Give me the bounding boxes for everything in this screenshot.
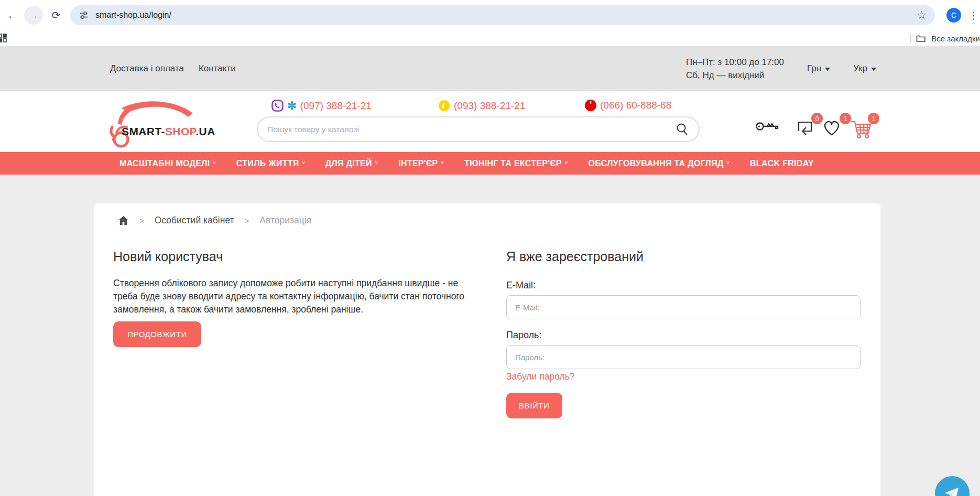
chevron-down-icon: ˅	[302, 159, 306, 167]
page-content: > Особистий кабінет > Авторизація Новий …	[0, 175, 980, 496]
forward-icon[interactable]: →	[24, 6, 43, 25]
search-icon[interactable]	[675, 122, 689, 136]
phone-number[interactable]: (066) 60-888-68	[600, 100, 671, 111]
all-bookmarks[interactable]: Все закладки	[910, 34, 980, 43]
breadcrumb-account[interactable]: Особистий кабінет	[155, 215, 234, 226]
nav-item-for-kids[interactable]: ДЛЯ ДІТЕЙ˅	[325, 159, 378, 168]
car-logo-icon	[101, 95, 211, 148]
chevron-down-icon: ˅	[441, 159, 444, 167]
nav-item-lifestyle[interactable]: СТИЛЬ ЖИТТЯ˅	[236, 159, 306, 168]
main-navigation: МАСШТАБНІ МОДЕЛІ˅ СТИЛЬ ЖИТТЯ˅ ДЛЯ ДІТЕЙ…	[0, 152, 980, 175]
login-section: Я вже зареєстрований E-Mail: Пароль: Заб…	[506, 249, 861, 418]
new-customer-title: Новий користувач	[113, 249, 467, 264]
tab-groups-icon[interactable]	[0, 34, 7, 43]
reload-icon[interactable]: ⟳	[49, 9, 63, 21]
logo-text: SMART-SHOP.UA	[122, 125, 215, 138]
chevron-down-icon	[825, 68, 830, 71]
forgot-password-link[interactable]: Забули пароль?	[506, 371, 575, 382]
chevron-down-icon: ˅	[375, 159, 378, 167]
new-customer-description: Створення облікового запису допоможе роб…	[113, 277, 467, 316]
site-logo[interactable]: SMART-SHOP.UA	[101, 95, 211, 148]
nav-item-tuning[interactable]: ТЮНІНГ ТА ЕКСТЕР'ЄР˅	[464, 159, 568, 168]
breadcrumb: > Особистий кабінет > Авторизація	[118, 215, 311, 226]
compare-icon[interactable]: 0	[792, 117, 819, 141]
chevron-down-icon	[871, 68, 876, 71]
search-input[interactable]	[267, 125, 675, 134]
profile-avatar[interactable]: C	[946, 8, 961, 23]
topbar-link-contacts[interactable]: Контакти	[199, 63, 236, 74]
phone-number[interactable]: (093) 388-21-21	[454, 100, 525, 112]
nav-item-scale-models[interactable]: МАСШТАБНІ МОДЕЛІ˅	[119, 159, 216, 168]
bookmark-star-icon[interactable]: ☆	[917, 9, 927, 21]
chevron-down-icon: ˅	[213, 159, 216, 167]
continue-button[interactable]: ПРОДОВЖИТИ	[113, 321, 201, 347]
url-text[interactable]: smart-shop.ua/login/	[95, 10, 171, 20]
login-button[interactable]: ВВІЙТИ	[506, 393, 562, 418]
topbar-link-delivery[interactable]: Доставка і оплата	[110, 63, 184, 74]
working-hours: Пн–Пт: з 10:00 до 17:00 Сб, Нд — вихідни…	[686, 56, 784, 82]
browser-toolbar: ← → ⟳ smart-shop.ua/login/ ☆ C ⋮	[0, 0, 980, 30]
phone-vodafone: ' (066) 60-888-68	[585, 100, 671, 111]
phone-lifecell: (093) 388-21-21	[438, 100, 525, 112]
chevron-down-icon: ˅	[564, 159, 568, 167]
new-customer-section: Новий користувач Створення облікового за…	[113, 249, 467, 347]
site-settings-icon[interactable]	[79, 10, 89, 20]
currency-selector[interactable]: Грн	[807, 63, 830, 74]
site-header: SMART-SHOP.UA ✼ (097) 388-21-21 (093) 38…	[0, 91, 980, 152]
telegram-icon	[943, 484, 962, 496]
email-label: E-Mail:	[506, 280, 861, 291]
bookmarks-bar: Все закладки	[0, 30, 980, 46]
cart-badge: 1	[868, 113, 879, 124]
email-field[interactable]	[506, 295, 861, 319]
address-bar[interactable]: smart-shop.ua/login/ ☆	[70, 5, 935, 25]
home-icon[interactable]	[118, 215, 129, 225]
breadcrumb-current: Авторизація	[259, 215, 311, 226]
nav-item-black-friday[interactable]: BLACK FRIDAY	[750, 159, 814, 168]
breadcrumb-separator: >	[245, 216, 249, 225]
chevron-down-icon: ˅	[726, 159, 730, 167]
site-topbar: Доставка і оплата Контакти Пн–Пт: з 10:0…	[0, 46, 980, 91]
nav-item-service[interactable]: ОБСЛУГОВУВАННЯ ТА ДОГЛЯД˅	[588, 159, 730, 168]
vodafone-icon: '	[585, 100, 596, 111]
password-field[interactable]	[506, 345, 861, 369]
wishlist-heart-icon[interactable]: 1	[821, 117, 847, 141]
browser-menu-icon[interactable]: ⋮	[968, 9, 978, 21]
lifecell-icon	[438, 100, 450, 112]
all-bookmarks-folder-icon	[916, 34, 926, 42]
login-key-icon[interactable]	[755, 117, 781, 141]
phone-number[interactable]: (097) 388-21-21	[300, 100, 372, 112]
language-selector[interactable]: Укр	[853, 63, 876, 74]
cart-icon[interactable]: 1	[849, 117, 875, 141]
viber-icon	[271, 100, 284, 112]
phone-kyivstar: ✼ (097) 388-21-21	[271, 100, 372, 112]
password-label: Пароль:	[506, 330, 861, 341]
kyivstar-icon: ✼	[287, 101, 297, 111]
nav-item-interior[interactable]: ІНТЕР'ЄР˅	[398, 159, 444, 168]
telegram-chat-button[interactable]	[935, 476, 970, 496]
back-icon[interactable]: ←	[5, 8, 20, 22]
login-title: Я вже зареєстрований	[506, 249, 861, 264]
login-card: > Особистий кабінет > Авторизація Новий …	[94, 203, 880, 496]
divider	[910, 34, 911, 43]
breadcrumb-separator: >	[139, 216, 144, 225]
all-bookmarks-label[interactable]: Все закладки	[931, 34, 980, 43]
search-bar	[257, 116, 700, 142]
